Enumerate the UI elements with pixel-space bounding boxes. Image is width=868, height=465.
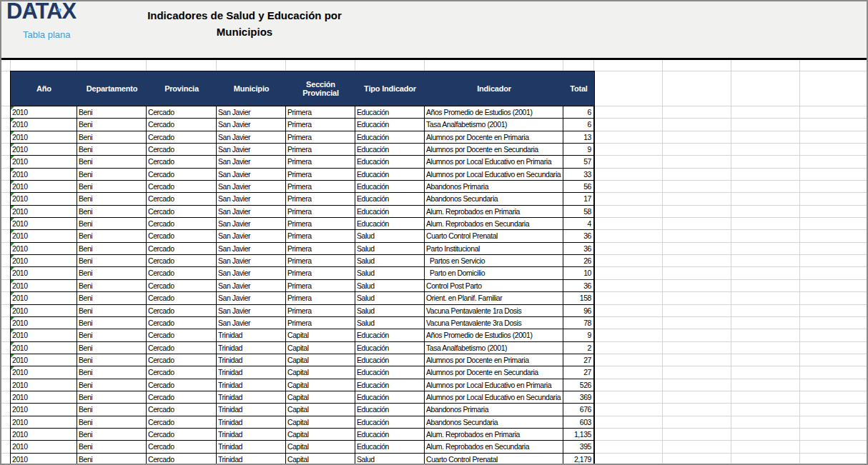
- cell[interactable]: Beni: [77, 342, 147, 354]
- cell[interactable]: 2010: [11, 193, 77, 205]
- cell[interactable]: Cercado: [147, 354, 217, 366]
- cell[interactable]: Cercado: [147, 255, 217, 267]
- cell-total[interactable]: 10: [563, 267, 594, 279]
- cell[interactable]: Parto Institucional: [425, 243, 563, 255]
- cell[interactable]: Cercado: [147, 169, 217, 181]
- cell-total[interactable]: 36: [563, 243, 594, 255]
- cell[interactable]: Primera: [286, 317, 355, 329]
- cell[interactable]: Salud: [355, 255, 425, 267]
- cell[interactable]: Primera: [286, 255, 355, 267]
- cell-total[interactable]: 58: [563, 206, 594, 218]
- cell[interactable]: 2010: [11, 131, 77, 144]
- cell[interactable]: 2010: [11, 230, 77, 242]
- cell[interactable]: 2010: [11, 181, 77, 193]
- cell[interactable]: Beni: [77, 131, 147, 144]
- cell[interactable]: Abandonos Primaria: [425, 404, 563, 416]
- cell-total[interactable]: 26: [563, 255, 594, 267]
- cell-total[interactable]: 36: [563, 280, 594, 292]
- cell[interactable]: Salud: [355, 230, 425, 242]
- cell[interactable]: 2010: [11, 106, 77, 119]
- cell[interactable]: Trinidad: [217, 429, 286, 441]
- cell[interactable]: Cercado: [147, 317, 217, 329]
- cell-total[interactable]: 2: [563, 342, 594, 354]
- cell[interactable]: Beni: [77, 230, 147, 242]
- column-header[interactable]: Departamento: [77, 71, 147, 106]
- cell[interactable]: Primera: [286, 218, 355, 230]
- cell[interactable]: Abandonos Secundaria: [425, 193, 563, 205]
- cell[interactable]: Beni: [77, 169, 147, 181]
- cell[interactable]: 2010: [11, 441, 77, 453]
- cell[interactable]: Primera: [286, 169, 355, 181]
- cell[interactable]: Beni: [77, 441, 147, 453]
- cell[interactable]: 2010: [11, 144, 77, 156]
- cell[interactable]: Primera: [286, 267, 355, 279]
- cell[interactable]: 2010: [11, 218, 77, 230]
- cell[interactable]: Cercado: [147, 144, 217, 156]
- cell[interactable]: Salud: [355, 454, 425, 465]
- cell[interactable]: Salud: [355, 292, 425, 304]
- cell[interactable]: Alumnos por Local Educativo en Primaria: [425, 156, 563, 168]
- cell[interactable]: Cuarto Control Prenatal: [425, 230, 563, 242]
- cell[interactable]: 2010: [11, 255, 77, 267]
- cell[interactable]: Cercado: [147, 441, 217, 453]
- cell[interactable]: Beni: [77, 243, 147, 255]
- cell[interactable]: 2010: [11, 404, 77, 416]
- cell[interactable]: Primera: [286, 193, 355, 205]
- cell[interactable]: Primera: [286, 106, 355, 119]
- cell[interactable]: San Javier: [217, 106, 286, 119]
- cell[interactable]: Capital: [286, 354, 355, 366]
- cell[interactable]: Cercado: [147, 379, 217, 391]
- column-header[interactable]: Año: [11, 71, 77, 106]
- cell[interactable]: Capital: [286, 379, 355, 391]
- cell[interactable]: 2010: [11, 329, 77, 341]
- cell[interactable]: Cercado: [147, 292, 217, 304]
- cell[interactable]: Cercado: [147, 329, 217, 341]
- cell[interactable]: Vacuna Pentavalente 1ra Dosis: [425, 305, 563, 317]
- cell[interactable]: Educación: [355, 144, 425, 156]
- cell[interactable]: Trinidad: [217, 342, 286, 354]
- cell[interactable]: Trinidad: [217, 416, 286, 429]
- cell[interactable]: 2010: [11, 267, 77, 279]
- cell[interactable]: Parto en Domicilio: [425, 267, 563, 279]
- cell[interactable]: Beni: [77, 305, 147, 317]
- cell[interactable]: 2010: [11, 305, 77, 317]
- cell[interactable]: Cercado: [147, 193, 217, 205]
- cell[interactable]: Cercado: [147, 366, 217, 379]
- cell[interactable]: San Javier: [217, 156, 286, 168]
- cell[interactable]: Trinidad: [217, 329, 286, 341]
- cell[interactable]: Trinidad: [217, 366, 286, 379]
- cell[interactable]: Partos en Servicio: [425, 255, 563, 267]
- column-header[interactable]: Tipo Indicador: [355, 71, 425, 106]
- cell-total[interactable]: 17: [563, 193, 594, 205]
- cell-total[interactable]: 78: [563, 317, 594, 329]
- cell[interactable]: Beni: [77, 119, 147, 131]
- cell[interactable]: 2010: [11, 391, 77, 404]
- cell[interactable]: Salud: [355, 305, 425, 317]
- cell[interactable]: Salud: [355, 280, 425, 292]
- cell[interactable]: Salud: [355, 267, 425, 279]
- cell[interactable]: Beni: [77, 454, 147, 465]
- cell[interactable]: Cercado: [147, 230, 217, 242]
- cell[interactable]: Trinidad: [217, 354, 286, 366]
- cell[interactable]: Cercado: [147, 218, 217, 230]
- cell[interactable]: Cercado: [147, 206, 217, 218]
- cell[interactable]: Educación: [355, 416, 425, 429]
- cell[interactable]: Alumnos por Docente en Primaria: [425, 354, 563, 366]
- cell[interactable]: Cercado: [147, 391, 217, 404]
- column-header[interactable]: Indicador: [425, 71, 563, 106]
- cell-total[interactable]: 526: [563, 379, 594, 391]
- cell[interactable]: San Javier: [217, 169, 286, 181]
- cell[interactable]: San Javier: [217, 305, 286, 317]
- cell[interactable]: Cercado: [147, 181, 217, 193]
- cell[interactable]: Capital: [286, 454, 355, 465]
- cell[interactable]: Beni: [77, 391, 147, 404]
- column-header[interactable]: Provincia: [147, 71, 217, 106]
- cell-total[interactable]: 36: [563, 230, 594, 242]
- cell[interactable]: Capital: [286, 441, 355, 453]
- cell-total[interactable]: 57: [563, 156, 594, 168]
- cell[interactable]: Alumnos por Docente en Secundaria: [425, 144, 563, 156]
- cell[interactable]: Cercado: [147, 119, 217, 131]
- cell[interactable]: San Javier: [217, 243, 286, 255]
- cell[interactable]: Educación: [355, 429, 425, 441]
- cell[interactable]: Beni: [77, 280, 147, 292]
